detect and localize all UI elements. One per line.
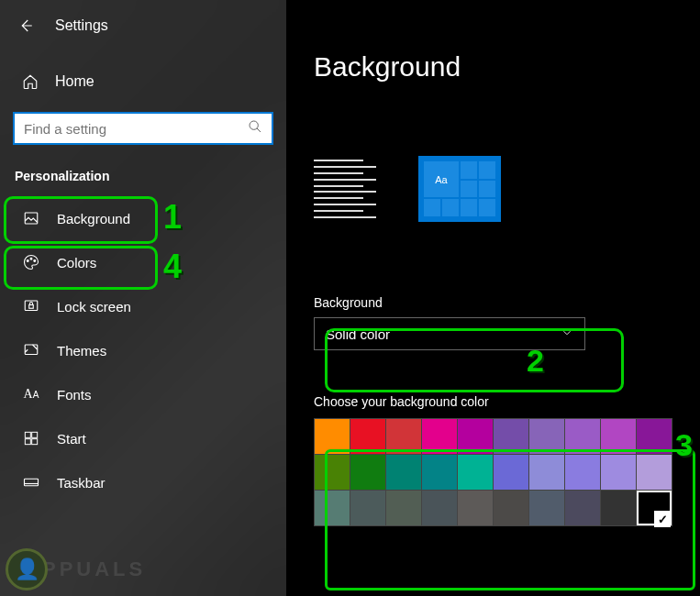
picture-icon xyxy=(22,209,40,227)
color-swatch[interactable] xyxy=(386,419,421,454)
svg-point-2 xyxy=(27,260,28,262)
taskbar-icon xyxy=(22,473,40,491)
search-box[interactable] xyxy=(13,112,273,145)
search-input[interactable] xyxy=(24,121,248,137)
color-swatch[interactable] xyxy=(458,455,493,490)
sidebar-item-lockscreen[interactable]: Lock screen xyxy=(0,284,286,328)
home-icon xyxy=(22,73,39,90)
color-grid xyxy=(314,418,672,526)
svg-point-3 xyxy=(30,258,32,259)
nav-label: Taskbar xyxy=(57,475,106,491)
brush-icon xyxy=(22,341,40,359)
color-swatch[interactable] xyxy=(637,419,672,454)
color-swatch[interactable] xyxy=(565,491,600,525)
app-title: Settings xyxy=(55,17,108,34)
sidebar-item-taskbar[interactable]: Taskbar xyxy=(0,460,286,504)
color-swatch[interactable] xyxy=(422,491,457,525)
color-swatch[interactable] xyxy=(601,455,636,490)
sidebar: Settings Home Personalization Background… xyxy=(0,0,286,596)
preview-thumbnail-tiles: Aa xyxy=(418,156,501,222)
color-swatch[interactable] xyxy=(315,455,350,490)
font-icon: AA xyxy=(22,385,40,403)
color-swatch[interactable] xyxy=(315,491,350,525)
search-icon xyxy=(248,119,262,138)
svg-rect-9 xyxy=(32,432,38,437)
sidebar-item-fonts[interactable]: AA Fonts xyxy=(0,372,286,416)
arrow-left-icon xyxy=(17,17,34,34)
color-swatch[interactable] xyxy=(494,455,528,490)
sidebar-item-background[interactable]: Background xyxy=(0,196,286,240)
color-swatch[interactable] xyxy=(350,419,385,454)
svg-rect-10 xyxy=(25,439,30,445)
color-swatch[interactable] xyxy=(565,455,600,490)
annotation-number-2: 2 xyxy=(527,343,544,379)
watermark-text: PPUALS xyxy=(42,557,146,581)
section-header: Personalization xyxy=(0,161,286,196)
svg-rect-7 xyxy=(25,345,38,355)
preview-row: Aa xyxy=(314,156,672,222)
dropdown-value: Solid color xyxy=(326,326,390,342)
start-icon xyxy=(22,429,40,447)
palette-icon xyxy=(22,253,40,271)
sidebar-item-themes[interactable]: Themes xyxy=(0,328,286,372)
nav-label: Start xyxy=(57,431,86,447)
svg-rect-11 xyxy=(32,439,38,445)
color-swatch[interactable] xyxy=(529,491,564,525)
nav-label: Colors xyxy=(57,255,96,270)
color-swatch[interactable] xyxy=(386,491,421,525)
color-swatch[interactable] xyxy=(315,419,350,454)
color-swatch[interactable] xyxy=(494,491,528,525)
nav-label: Background xyxy=(57,211,130,226)
color-swatch[interactable] xyxy=(637,455,672,490)
watermark-logo: 👤 xyxy=(6,548,48,590)
color-swatch[interactable] xyxy=(458,419,493,454)
color-swatch[interactable] xyxy=(565,419,600,454)
color-section: Choose your background color xyxy=(314,394,672,526)
nav-label: Lock screen xyxy=(57,299,131,315)
color-swatch[interactable] xyxy=(637,491,672,525)
color-swatch[interactable] xyxy=(350,455,385,490)
watermark: 👤 PPUALS xyxy=(6,548,146,590)
annotation-number-1: 1 xyxy=(163,198,182,237)
page-title: Background xyxy=(314,51,672,83)
sidebar-item-start[interactable]: Start xyxy=(0,416,286,460)
nav-label: Themes xyxy=(57,343,106,359)
svg-rect-12 xyxy=(25,479,39,486)
topbar: Settings xyxy=(0,7,286,44)
color-swatch[interactable] xyxy=(601,491,636,525)
sidebar-item-colors[interactable]: Colors xyxy=(0,240,286,284)
annotation-number-3: 3 xyxy=(675,427,693,463)
background-label: Background xyxy=(314,295,672,310)
preview-thumbnail-light xyxy=(314,156,396,222)
lock-icon xyxy=(22,297,40,315)
color-swatch[interactable] xyxy=(350,491,385,525)
color-swatch[interactable] xyxy=(601,419,636,454)
color-label: Choose your background color xyxy=(314,394,672,409)
preview-tile-text: Aa xyxy=(424,161,459,197)
svg-rect-1 xyxy=(25,213,38,224)
main-panel: Background Aa Background Solid color Cho… xyxy=(286,0,700,596)
chevron-down-icon xyxy=(561,326,573,342)
color-swatch[interactable] xyxy=(422,455,457,490)
background-dropdown[interactable]: Solid color xyxy=(314,317,585,350)
svg-rect-8 xyxy=(25,432,30,437)
svg-point-4 xyxy=(34,260,36,262)
annotation-number-4: 4 xyxy=(163,248,182,286)
color-swatch[interactable] xyxy=(529,419,564,454)
color-swatch[interactable] xyxy=(386,455,421,490)
back-button[interactable] xyxy=(15,15,37,37)
background-field: Background Solid color xyxy=(314,295,672,350)
sidebar-home[interactable]: Home xyxy=(0,62,286,101)
nav-label: Fonts xyxy=(57,387,92,403)
home-label: Home xyxy=(55,73,94,90)
color-swatch[interactable] xyxy=(458,491,493,525)
color-swatch[interactable] xyxy=(494,419,528,454)
color-swatch[interactable] xyxy=(529,455,564,490)
color-swatch[interactable] xyxy=(422,419,457,454)
svg-rect-6 xyxy=(29,305,34,309)
svg-point-0 xyxy=(250,121,258,129)
